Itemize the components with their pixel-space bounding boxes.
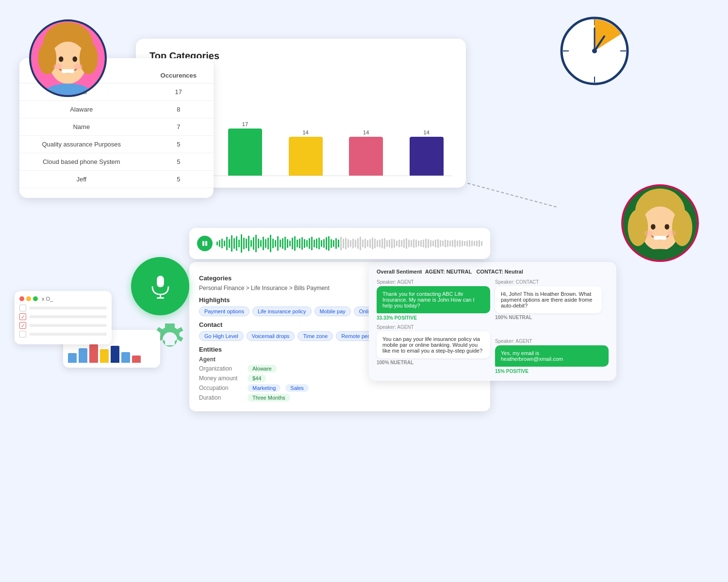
- checkbox-empty-1[interactable]: [19, 305, 26, 311]
- wf-bar-46: [328, 236, 330, 251]
- wf-bar-71: [389, 240, 390, 247]
- mini-bar-5: [111, 346, 119, 363]
- checkbox-checked-2[interactable]: ✓: [19, 322, 26, 329]
- chat-message-2: Speaker: CONTACT Hi, John! This is Heath…: [495, 279, 602, 320]
- wf-bar-83: [418, 241, 419, 246]
- wf-bar-90: [435, 240, 436, 247]
- wf-bar-81: [413, 239, 414, 248]
- audio-card: [189, 228, 490, 259]
- wf-bar-2: [221, 239, 223, 248]
- mini-bar-6: [121, 352, 130, 363]
- wf-bar-105: [471, 241, 473, 246]
- entity-label-2: Occupation: [199, 385, 243, 391]
- wf-bar-80: [411, 240, 412, 247]
- wf-bar-3: [224, 241, 225, 246]
- wf-bar-12: [246, 239, 247, 248]
- bar-3: [349, 137, 383, 176]
- entity-tag-1: $44: [248, 374, 266, 382]
- entity-tag-3: Three Months: [248, 394, 290, 402]
- occurrence-label-3: Quality assurance Purposes: [19, 136, 144, 153]
- wf-bar-5: [229, 239, 230, 248]
- mini-bar-4: [100, 349, 109, 363]
- wf-bar-50: [338, 240, 339, 247]
- wf-bar-0: [216, 242, 218, 245]
- svg-point-5: [59, 56, 64, 62]
- occurrence-value-5: 5: [144, 171, 214, 188]
- wf-bar-102: [464, 241, 465, 246]
- checkbox-empty-2[interactable]: [19, 331, 26, 338]
- wf-bar-4: [226, 237, 228, 250]
- entity-label-0: Organization: [199, 365, 243, 372]
- dashed-line-1: [463, 181, 557, 208]
- chat-message-1: Speaker: AGENT Thank you for contacting …: [377, 279, 490, 321]
- wf-bar-47: [331, 239, 332, 248]
- wf-bar-87: [428, 239, 429, 248]
- wf-bar-75: [398, 240, 400, 247]
- bar-group-4: 14: [400, 129, 452, 176]
- wf-bar-11: [243, 238, 245, 249]
- entity-label-1: Money amount: [199, 375, 243, 382]
- bar-value-2: 14: [302, 129, 308, 135]
- avatar-bottom-right: [621, 184, 699, 262]
- wf-bar-37: [306, 240, 308, 247]
- wf-bar-72: [391, 239, 393, 248]
- wf-bar-58: [357, 238, 359, 249]
- checklist-row-4: [19, 331, 107, 338]
- wf-bar-24: [275, 240, 276, 247]
- wf-bar-43: [321, 240, 322, 247]
- entity-row-2: Occupation MarketingSales: [199, 384, 480, 392]
- svg-point-3: [38, 42, 56, 75]
- wf-bar-76: [401, 240, 402, 247]
- highlight-tag-1: Life insurance policy: [252, 307, 312, 316]
- wf-bar-30: [289, 241, 291, 246]
- occurrence-label-4: Cloud based phone System: [19, 153, 144, 171]
- sentiment-score-4: 15% POSITIVE: [495, 369, 609, 374]
- wf-bar-70: [386, 240, 388, 247]
- occurrence-label-1: Alaware: [19, 101, 144, 118]
- entity-row-3: Duration Three Months: [199, 394, 480, 402]
- checkbox-checked-1[interactable]: ✓: [19, 313, 26, 320]
- wf-bar-86: [425, 239, 427, 248]
- occurrence-value-4: 5: [144, 153, 214, 171]
- wf-bar-8: [236, 236, 237, 251]
- microphone-circle[interactable]: [131, 257, 189, 315]
- wf-bar-21: [267, 238, 269, 249]
- wf-bar-91: [437, 239, 439, 248]
- wf-bar-106: [474, 241, 475, 246]
- entity-tag-2: Marketing: [248, 384, 281, 392]
- play-pause-button[interactable]: [197, 236, 213, 251]
- sentiment-score-2: 100% NUETRAL: [495, 315, 602, 320]
- occurrences-col-header: Occurences: [144, 68, 214, 83]
- wf-bar-28: [284, 237, 286, 250]
- wf-bar-27: [282, 238, 283, 249]
- wf-bar-101: [462, 241, 463, 246]
- wf-bar-67: [379, 240, 381, 247]
- bar-group-1: 17: [219, 121, 271, 176]
- wf-bar-52: [343, 239, 344, 248]
- wf-bar-57: [355, 240, 356, 247]
- wf-bar-51: [340, 237, 342, 250]
- sentiment-score-1: 33.33% POSITIVE: [377, 315, 490, 321]
- wf-bar-36: [304, 239, 305, 248]
- contact-tag-1: Voicemail drops: [247, 331, 295, 341]
- checklist-row-3: ✓: [19, 322, 107, 329]
- wf-bar-69: [384, 238, 385, 249]
- wf-bar-23: [272, 239, 274, 248]
- wf-bar-32: [294, 236, 296, 251]
- wf-bar-64: [372, 238, 373, 249]
- wf-bar-59: [360, 237, 361, 250]
- wf-bar-84: [420, 240, 422, 247]
- bar-value-3: 14: [363, 129, 369, 135]
- occurrence-label-5: Jeff: [19, 171, 144, 188]
- agent-bubble-1: Thank you for contacting ABC Life Insura…: [377, 286, 490, 313]
- occurrences-row-2: Name 7: [19, 118, 214, 136]
- wf-bar-45: [326, 237, 327, 250]
- sentiment-score-3: 100% NUETRAL: [377, 360, 490, 365]
- occurrences-row-4: Cloud based phone System 5: [19, 153, 214, 171]
- occurrence-value-1: 8: [144, 101, 214, 118]
- highlight-tag-2: Mobile pay: [314, 307, 351, 316]
- bar-group-2: 14: [280, 129, 331, 176]
- wf-bar-85: [423, 240, 424, 247]
- wf-bar-94: [445, 240, 446, 247]
- sentiment-header: Overall Sentiment AGENT: NEUTRAL CONTACT…: [377, 269, 609, 275]
